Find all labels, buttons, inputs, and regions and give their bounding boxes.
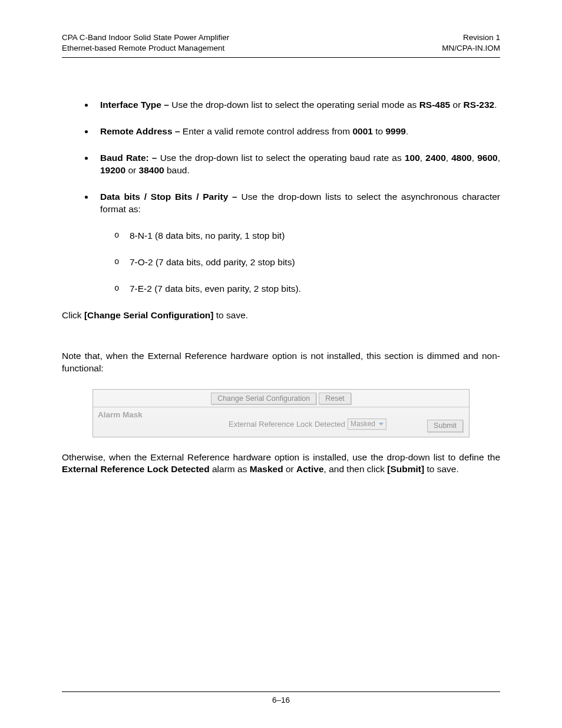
header-left-line1: CPA C-Band Indoor Solid State Power Ampl… (62, 33, 229, 42)
sub-item-8n1: 8-N-1 (8 data bits, no parity, 1 stop bi… (112, 230, 500, 242)
bullet-interface-type: Interface Type – Use the drop-down list … (94, 99, 500, 111)
page-number: 6–16 (272, 696, 290, 704)
label: Remote Address – (100, 126, 180, 136)
bullet-data-bits: Data bits / Stop Bits / Parity – Use the… (94, 191, 500, 295)
para-note: Note that, when the External Reference h… (62, 350, 500, 375)
header-right-line1: Revision 1 (463, 33, 500, 42)
header-left: CPA C-Band Indoor Solid State Power Ampl… (62, 32, 229, 54)
figure-alarm-mask: Change Serial Configuration Reset Alarm … (92, 389, 470, 437)
label: Data bits / Stop Bits / Parity – (100, 192, 237, 202)
page-footer: 6–16 (62, 691, 500, 704)
bullet-remote-address: Remote Address – Enter a valid remote co… (94, 126, 500, 138)
header-right-line2: MN/CPA-IN.IOM (442, 44, 500, 52)
para-click-change: Click [Change Serial Configuration] to s… (62, 309, 500, 322)
chevron-down-icon (379, 423, 384, 426)
figure-center: External Reference Lock Detected Masked (93, 412, 469, 437)
page: CPA C-Band Indoor Solid State Power Ampl… (0, 0, 562, 728)
field-label: External Reference Lock Detected (229, 419, 345, 430)
masked-select[interactable]: Masked (348, 419, 386, 429)
reset-button[interactable]: Reset (319, 393, 351, 405)
header-right: Revision 1 MN/CPA-IN.IOM (442, 32, 500, 54)
para-otherwise: Otherwise, when the External Reference h… (62, 452, 500, 476)
sub-item-7e2: 7-E-2 (7 data bits, even parity, 2 stop … (112, 283, 500, 295)
content: Interface Type – Use the drop-down list … (62, 99, 500, 476)
bullet-baud-rate: Baud Rate: – Use the drop-down list to s… (94, 152, 500, 177)
sub-item-7o2: 7-O-2 (7 data bits, odd parity, 2 stop b… (112, 256, 500, 269)
submit-button[interactable]: Submit (427, 420, 463, 432)
figure-bottom-row: Alarm Mask External Reference Lock Detec… (93, 407, 469, 437)
figure-top-row: Change Serial Configuration Reset (93, 390, 469, 407)
change-serial-button[interactable]: Change Serial Configuration (211, 393, 316, 405)
label: Interface Type – (100, 100, 169, 110)
header-left-line2: Ethernet-based Remote Product Management (62, 44, 224, 52)
label: Baud Rate: – (100, 153, 157, 163)
bullet-list: Interface Type – Use the drop-down list … (80, 99, 500, 295)
sub-list: 8-N-1 (8 data bits, no parity, 1 stop bi… (100, 230, 500, 295)
section-title: Alarm Mask (98, 410, 143, 420)
page-header: CPA C-Band Indoor Solid State Power Ampl… (62, 32, 500, 58)
